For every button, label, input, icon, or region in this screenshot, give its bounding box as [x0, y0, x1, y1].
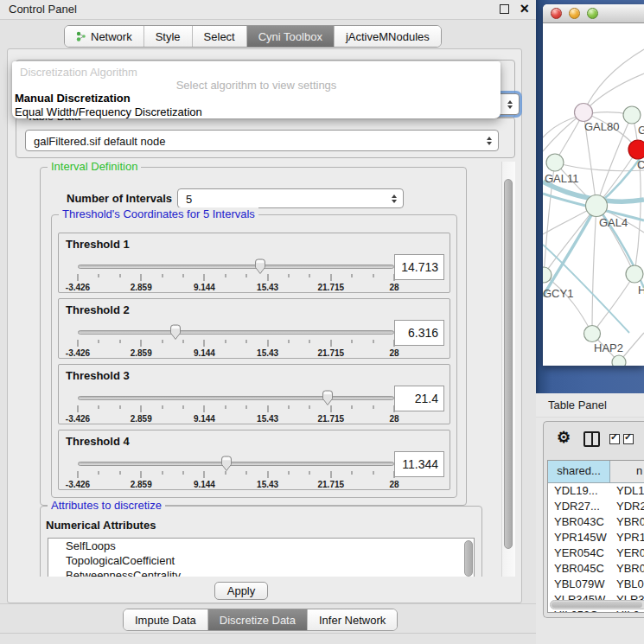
- network-edge[interactable]: [544, 206, 596, 275]
- table-row[interactable]: YBR043CYBR0: [548, 514, 644, 530]
- cell-name[interactable]: YDR2: [610, 499, 644, 514]
- combobox-stepper-icon[interactable]: [487, 137, 492, 145]
- network-node-label: C: [637, 158, 644, 171]
- network-node-label: GAL80: [584, 120, 619, 133]
- network-canvas[interactable]: GAL80GACGAL11GAL4GCY1HHAP2: [543, 23, 644, 366]
- tab-select[interactable]: Select: [193, 26, 247, 47]
- select-columns-checkbox-icon[interactable]: [623, 434, 634, 444]
- table-data-combobox[interactable]: galFiltered.sif default node: [25, 130, 499, 151]
- slider-thumb-icon[interactable]: [321, 390, 335, 406]
- tab-jactivemnodules[interactable]: jActiveMNodules: [335, 26, 441, 47]
- cell-shared-name[interactable]: YBR043C: [548, 514, 610, 530]
- tab-style[interactable]: Style: [144, 26, 193, 47]
- slider-track[interactable]: [78, 462, 394, 466]
- network-edge[interactable]: [592, 206, 596, 334]
- table-scrollbar-horizontal[interactable]: [550, 600, 644, 609]
- dropdown-option-equal-width-frequency[interactable]: Equal Width/Frequency Discretization: [15, 105, 202, 118]
- column-header-name[interactable]: n: [610, 461, 644, 482]
- network-node[interactable]: [612, 355, 626, 366]
- table-row[interactable]: YPR145WYPR1: [548, 530, 644, 545]
- combobox-stepper-icon[interactable]: [392, 194, 397, 203]
- tab-impute-data[interactable]: Impute Data: [124, 609, 208, 630]
- network-node-gal4[interactable]: [586, 195, 608, 217]
- numerical-attributes-list[interactable]: SelfLoopsTopologicalCoefficientBetweenne…: [48, 538, 475, 577]
- threshold-slider[interactable]: -3.4262.8599.14415.4321.71528: [78, 387, 394, 424]
- cell-shared-name[interactable]: YBR045C: [548, 561, 610, 577]
- select-columns-checkbox-icon[interactable]: [609, 434, 620, 444]
- network-edge[interactable]: [592, 274, 634, 334]
- table-row[interactable]: YDR27...YDR2: [548, 499, 644, 514]
- number-of-intervals-combobox[interactable]: 5: [177, 188, 404, 208]
- threshold-slider[interactable]: -3.4262.8599.14415.4321.71528: [78, 322, 394, 358]
- slider-tick-label: -3.426: [66, 414, 90, 424]
- cell-name[interactable]: YBR0: [610, 514, 644, 530]
- slider-tick-label: 21.715: [318, 414, 345, 424]
- cell-shared-name[interactable]: YDL19...: [548, 483, 610, 499]
- network-node-hap2[interactable]: [584, 326, 601, 342]
- network-node-ga[interactable]: [623, 106, 641, 124]
- network-node-gal11[interactable]: [546, 154, 564, 171]
- cell-name[interactable]: YER0: [610, 545, 644, 561]
- cell-shared-name[interactable]: YBL079W: [548, 577, 610, 592]
- tab-infer-network[interactable]: Infer Network: [308, 609, 397, 630]
- cell-name[interactable]: YBR0: [610, 561, 644, 577]
- slider-thumb-icon[interactable]: [253, 258, 267, 275]
- table-scrollbar-thumb[interactable]: [552, 602, 642, 608]
- threshold-slider[interactable]: -3.4262.8599.14415.4321.71528: [78, 256, 394, 292]
- network-node-h[interactable]: [626, 265, 643, 283]
- slider-thumb-icon[interactable]: [220, 456, 233, 472]
- slider-tick: [162, 471, 163, 475]
- split-view-icon[interactable]: [583, 431, 600, 447]
- network-node-c[interactable]: [628, 140, 644, 159]
- network-node-gal80[interactable]: [575, 104, 593, 122]
- network-node-label: GAL11: [545, 172, 579, 185]
- cell-name[interactable]: YBL0: [610, 577, 644, 592]
- slider-track[interactable]: [78, 265, 394, 269]
- column-header-shared-name[interactable]: shared...: [548, 461, 610, 482]
- threshold-slider[interactable]: -3.4262.8599.14415.4321.71528: [78, 453, 394, 489]
- threshold-value-field[interactable]: 6.316: [394, 320, 444, 346]
- apply-button[interactable]: Apply: [214, 582, 268, 600]
- network-view-window: GAL80GACGAL11GAL4GCY1HHAP2: [543, 4, 644, 366]
- scrollbar-vertical[interactable]: [501, 162, 515, 577]
- attribute-list-item[interactable]: BetweennessCentrality: [48, 568, 474, 577]
- gear-icon[interactable]: ⚙: [557, 428, 571, 447]
- table-row[interactable]: YBR045CYBR0: [548, 561, 644, 577]
- table-row[interactable]: YDL19...YDL1: [548, 483, 644, 499]
- slider-thumb-icon[interactable]: [169, 324, 182, 341]
- table-data-value: galFiltered.sif default node: [34, 134, 165, 147]
- minimize-traffic-light-icon[interactable]: [569, 8, 580, 19]
- tab-discretize-data[interactable]: Discretize Data: [208, 609, 308, 630]
- dropdown-placeholder: Select algorithm to view settings: [12, 79, 501, 92]
- list-scrollbar-thumb[interactable]: [464, 540, 473, 577]
- cell-shared-name[interactable]: YDR27...: [548, 499, 610, 514]
- network-window-titlebar[interactable]: [543, 4, 644, 23]
- scrollbar-thumb[interactable]: [504, 179, 513, 549]
- slider-track[interactable]: [78, 396, 394, 400]
- slider-tick: [141, 471, 142, 478]
- dropdown-option-manual-discretization[interactable]: Manual Discretization: [15, 92, 131, 105]
- cell-shared-name[interactable]: YPR145W: [548, 530, 610, 545]
- threshold-value-field[interactable]: 14.713: [394, 254, 444, 280]
- zoom-traffic-light-icon[interactable]: [587, 8, 598, 19]
- attribute-list-item[interactable]: SelfLoops: [48, 539, 474, 553]
- combobox-stepper-icon[interactable]: [507, 100, 513, 109]
- slider-track[interactable]: [78, 330, 394, 335]
- attribute-list-item[interactable]: TopologicalCoefficient: [48, 553, 474, 568]
- threshold-value-field[interactable]: 21.4: [394, 386, 444, 411]
- float-window-icon[interactable]: [500, 4, 509, 14]
- slider-tick: [225, 471, 226, 475]
- slider-tick-label: 2.859: [131, 283, 152, 292]
- slider-tick-label: 15.43: [257, 414, 278, 424]
- cell-shared-name[interactable]: YER054C: [548, 545, 610, 561]
- close-traffic-light-icon[interactable]: [551, 8, 562, 19]
- threshold-value-field[interactable]: 11.344: [394, 451, 444, 477]
- close-icon[interactable]: ×: [520, 0, 529, 18]
- tab-cyni-toolbox[interactable]: Cyni Toolbox: [247, 26, 335, 47]
- cell-name[interactable]: YDL1: [610, 483, 644, 499]
- tab-network[interactable]: Network: [65, 26, 144, 47]
- table-row[interactable]: YBL079WYBL0: [548, 577, 644, 592]
- cell-name[interactable]: YPR1: [610, 530, 644, 545]
- table-row[interactable]: YER054CYER0: [548, 545, 644, 561]
- network-node-label: H: [638, 284, 644, 296]
